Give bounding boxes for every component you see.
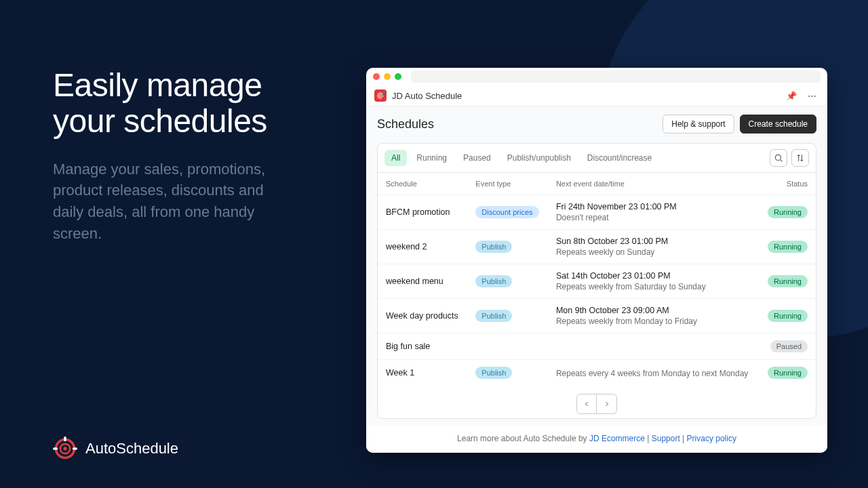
close-dot-icon[interactable] <box>373 73 380 80</box>
promo-heading: Easily manage your schedules <box>53 68 283 140</box>
more-icon[interactable]: ⋯ <box>805 91 819 101</box>
brand-logo: AutoSchedule <box>53 436 178 461</box>
cell-next: Sat 14th October 23 01:00 PMRepeats week… <box>548 264 759 299</box>
cell-status: Running <box>759 230 816 264</box>
sort-icon[interactable] <box>791 149 809 167</box>
filter-tabs: All Running Paused Publish/unpublish Dis… <box>378 144 816 173</box>
cell-event-type: Publish <box>467 360 548 386</box>
footer-learn: Learn more about Auto Schedule by <box>457 434 589 443</box>
tab-running[interactable]: Running <box>410 150 454 166</box>
prev-page-button[interactable] <box>576 394 597 414</box>
cell-status: Running <box>759 264 816 299</box>
target-icon <box>53 436 77 461</box>
brand-name: AutoSchedule <box>85 440 178 458</box>
cell-next: Fri 24th November 23 01:00 PMDoesn't rep… <box>548 195 759 230</box>
cell-next <box>548 333 759 360</box>
minimize-dot-icon[interactable] <box>384 73 391 80</box>
svg-point-6 <box>775 155 781 160</box>
maximize-dot-icon[interactable] <box>395 73 401 80</box>
svg-line-7 <box>781 160 783 162</box>
table-row[interactable]: Big fun salePaused <box>378 333 816 360</box>
schedules-card: All Running Paused Publish/unpublish Dis… <box>377 143 816 419</box>
tab-discount-increase[interactable]: Discount/increase <box>580 150 658 166</box>
cell-next: Repeats every 4 weeks from Monday to nex… <box>548 360 759 386</box>
promo-subtext: Manage your sales, promotions, product r… <box>53 159 283 245</box>
table-row[interactable]: weekend 2PublishSun 8th October 23 01:00… <box>378 230 816 264</box>
table-row[interactable]: Week day productsPublishMon 9th October … <box>378 299 816 333</box>
cell-event-type: Publish <box>467 230 548 264</box>
svg-rect-3 <box>64 436 66 441</box>
col-status: Status <box>759 173 816 195</box>
cell-status: Paused <box>759 333 816 360</box>
promo-panel: Easily manage your schedules Manage your… <box>53 68 283 245</box>
cell-schedule: Big fun sale <box>378 333 467 360</box>
cell-status: Running <box>759 299 816 333</box>
status-badge: Paused <box>770 340 808 352</box>
col-next: Next event date/time <box>548 173 759 195</box>
next-page-button[interactable] <box>597 394 617 414</box>
cell-status: Running <box>759 195 816 230</box>
pin-icon[interactable]: 📌 <box>783 91 800 101</box>
svg-rect-4 <box>73 447 77 450</box>
cell-schedule: weekend 2 <box>378 230 467 264</box>
pagination <box>378 386 816 418</box>
app-title: JD Auto Schedule <box>392 91 778 101</box>
cell-event-type <box>467 333 548 360</box>
schedules-table: Schedule Event type Next event date/time… <box>378 173 816 386</box>
table-row[interactable]: Week 1PublishRepeats every 4 weeks from … <box>378 360 816 386</box>
tab-all[interactable]: All <box>384 150 407 166</box>
table-row[interactable]: BFCM promotionDiscount pricesFri 24th No… <box>378 195 816 230</box>
event-badge: Discount prices <box>475 206 538 218</box>
footer-privacy-link[interactable]: Privacy policy <box>687 434 736 443</box>
status-badge: Running <box>768 206 808 218</box>
help-button[interactable]: Help & support <box>663 115 734 134</box>
tab-publish-unpublish[interactable]: Publish/unpublish <box>500 150 578 166</box>
cell-schedule: BFCM promotion <box>378 195 467 230</box>
cell-event-type: Publish <box>467 299 548 333</box>
content-area: Schedules Help & support Create schedule… <box>366 106 827 426</box>
event-badge: Publish <box>475 275 512 287</box>
cell-schedule: Week day products <box>378 299 467 333</box>
status-badge: Running <box>768 310 808 322</box>
event-badge: Publish <box>475 310 512 322</box>
footer-jd-link[interactable]: JD Ecommerce <box>589 434 645 443</box>
col-event-type: Event type <box>467 173 548 195</box>
url-bar[interactable] <box>411 70 821 83</box>
event-badge: Publish <box>475 241 512 253</box>
cell-next: Sun 8th October 23 01:00 PMRepeats weekl… <box>548 230 759 264</box>
footer-support-link[interactable]: Support <box>652 434 680 443</box>
svg-rect-5 <box>53 447 58 450</box>
cell-schedule: weekend menu <box>378 264 467 299</box>
col-schedule: Schedule <box>378 173 467 195</box>
table-row[interactable]: weekend menuPublishSat 14th October 23 0… <box>378 264 816 299</box>
cell-event-type: Publish <box>467 264 548 299</box>
svg-point-2 <box>63 447 66 450</box>
event-badge: Publish <box>475 367 512 379</box>
cell-schedule: Week 1 <box>378 360 467 386</box>
app-footer: Learn more about Auto Schedule by JD Eco… <box>366 426 827 453</box>
app-icon: 🎯 <box>374 89 387 102</box>
app-header: 🎯 JD Auto Schedule 📌 ⋯ <box>366 85 827 106</box>
cell-next: Mon 9th October 23 09:00 AMRepeats weekl… <box>548 299 759 333</box>
app-window: 🎯 JD Auto Schedule 📌 ⋯ Schedules Help & … <box>366 68 827 453</box>
search-icon[interactable] <box>770 149 787 167</box>
page-header: Schedules Help & support Create schedule <box>377 115 816 134</box>
window-titlebar <box>366 68 827 85</box>
page-title: Schedules <box>377 117 663 131</box>
cell-event-type: Discount prices <box>467 195 548 230</box>
status-badge: Running <box>768 241 808 253</box>
cell-status: Running <box>759 360 816 386</box>
status-badge: Running <box>768 275 808 287</box>
status-badge: Running <box>768 367 808 379</box>
create-schedule-button[interactable]: Create schedule <box>740 115 816 134</box>
tab-paused[interactable]: Paused <box>456 150 498 166</box>
